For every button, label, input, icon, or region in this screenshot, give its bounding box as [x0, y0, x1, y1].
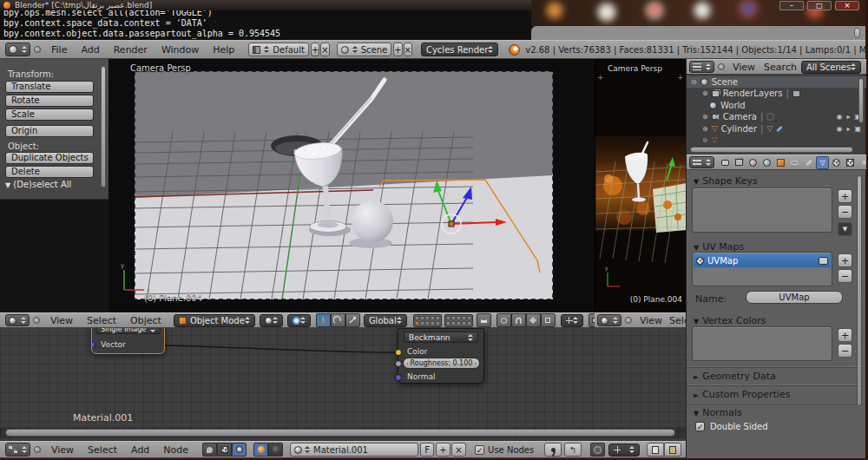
scene-selector[interactable]: Scene — [337, 43, 392, 56]
copy-nodes-button[interactable] — [647, 443, 664, 457]
node-editor-hscrollbar[interactable] — [0, 427, 686, 438]
shape-key-add-button[interactable]: + — [838, 189, 852, 203]
vertex-colors-list[interactable] — [692, 326, 832, 361]
hscrollbar-thumb[interactable] — [5, 429, 675, 437]
menu-render[interactable]: Render — [107, 44, 155, 56]
outliner-item-world[interactable]: World — [687, 100, 866, 111]
outliner-item-scene[interactable]: ⊖ Scene — [687, 76, 866, 88]
menu-add[interactable]: Add — [124, 444, 156, 456]
tool-shelf-scrollbar[interactable] — [101, 66, 106, 187]
transform-orientation-dropdown[interactable]: Global — [364, 314, 407, 327]
uv-map-list-item[interactable]: UVMap — [694, 253, 831, 267]
delete-scene-button[interactable]: × — [404, 43, 412, 56]
menu-select[interactable]: Select — [667, 315, 686, 326]
render-engine-dropdown[interactable]: Cycles Render — [421, 43, 498, 56]
uv-render-toggle-icon[interactable] — [819, 257, 828, 265]
snap-element-button[interactable] — [526, 313, 541, 327]
add-layout-button[interactable]: + — [311, 43, 319, 56]
menu-select[interactable]: Select — [80, 315, 123, 326]
outliner-item-renderlayers[interactable]: ⊕ RenderLayers | — [687, 88, 866, 99]
menu-search[interactable]: Search — [760, 62, 801, 73]
tab-object[interactable] — [774, 156, 787, 169]
glossy-bsdf-node[interactable]: Beckmann Color ‹ Roughness: 0.100 › Norm… — [398, 328, 484, 384]
snap-toggle-button[interactable] — [511, 313, 526, 327]
normal-socket[interactable] — [395, 374, 402, 381]
collapse-menus-toggle[interactable] — [33, 317, 40, 324]
tab-modifiers[interactable] — [802, 156, 815, 169]
viewport-shading-dropdown[interactable] — [260, 314, 283, 327]
image-texture-node[interactable]: Single Image Vector — [91, 328, 165, 354]
go-to-parent-button[interactable]: ↰ — [564, 443, 582, 457]
delete-button[interactable]: Delete — [5, 166, 94, 178]
menu-view[interactable]: View — [635, 315, 667, 326]
backdrop-button[interactable] — [590, 443, 605, 457]
shape-keys-panel-header[interactable]: ▼Shape Keys — [694, 175, 758, 187]
vertex-color-remove-button[interactable]: − — [838, 344, 852, 358]
tab-particles[interactable]: ∗ — [858, 156, 866, 169]
lock-to-scene-button[interactable] — [477, 313, 491, 327]
expander-icon[interactable]: ⊕ — [702, 89, 708, 97]
roughness-socket[interactable] — [395, 360, 402, 367]
info-console[interactable]: bpy.ops.mesh.select_all(action='TOGGLE')… — [0, 10, 531, 40]
tab-world[interactable] — [760, 156, 773, 169]
viewport-3d-secondary[interactable]: y Camera Persp + + (0) Plane.004 — [595, 59, 686, 312]
rotate-button[interactable]: Rotate — [5, 95, 94, 107]
viewport-corner-plus[interactable]: + — [677, 73, 684, 82]
node-editor[interactable]: Single Image Vector Beckmann Color ‹ Rou… — [0, 328, 686, 441]
outliner-display-dropdown[interactable]: All Scenes — [801, 61, 861, 74]
editor-type-button[interactable] — [597, 314, 621, 326]
world-material-slot-button[interactable] — [268, 443, 283, 457]
menu-help[interactable]: Help — [206, 44, 241, 56]
deselect-all-panel-header[interactable]: ▼ (De)select All — [5, 180, 71, 189]
origin-button[interactable]: Origin — [5, 125, 94, 137]
expander-icon[interactable]: ⊕ — [702, 125, 708, 133]
expander-icon[interactable]: ⊕ — [702, 136, 708, 144]
menu-select[interactable]: Select — [81, 444, 124, 456]
visibility-eye-icon[interactable]: ◉ — [836, 113, 842, 121]
screen-layout-selector[interactable]: Default — [248, 43, 309, 56]
snap-node-dropdown[interactable] — [608, 444, 640, 457]
collapse-menus-toggle[interactable] — [625, 317, 632, 324]
viewport-corner-plus[interactable]: + — [597, 73, 604, 82]
texture-nodes-button[interactable] — [217, 443, 232, 457]
manipulator-scale-button[interactable] — [345, 313, 360, 327]
add-scene-button[interactable]: + — [393, 43, 402, 56]
vector-socket[interactable] — [91, 341, 95, 348]
brush-nodes-button[interactable] — [202, 443, 217, 457]
menu-view[interactable]: View — [43, 315, 80, 326]
viewport-3d-main[interactable]: y x Camera Persp (0) Plane.004 — [108, 59, 595, 312]
pin-button[interactable] — [544, 443, 562, 457]
tab-scene[interactable] — [746, 156, 760, 169]
scale-button[interactable]: Scale — [5, 108, 94, 121]
renderlayer-toggle-icon[interactable] — [792, 90, 800, 97]
vertex-color-add-button[interactable]: + — [838, 328, 852, 342]
paste-nodes-button[interactable] — [664, 443, 681, 457]
proportional-edit-button[interactable] — [496, 313, 511, 327]
slider-left-arrow-icon[interactable]: ‹ — [406, 360, 409, 367]
slider-right-arrow-icon[interactable]: › — [474, 360, 477, 367]
manipulator-translate-button[interactable] — [316, 313, 331, 327]
color-socket[interactable] — [395, 349, 402, 356]
pivot-point-dropdown[interactable] — [287, 314, 311, 327]
tab-material[interactable] — [830, 156, 843, 169]
shape-key-remove-button[interactable]: − — [838, 205, 852, 219]
outliner-item-cylinder[interactable]: ⊕ ▽ Cylinder | ▽ ◉ ▸ ▣ — [687, 123, 866, 135]
selectability-arrow-icon[interactable]: ▸ — [846, 113, 850, 121]
editor-type-button[interactable] — [5, 314, 30, 326]
manipulator-rotate-button[interactable] — [331, 313, 345, 327]
expander-icon[interactable]: ⊕ — [702, 113, 708, 121]
menu-object[interactable]: Object — [123, 315, 168, 326]
uv-map-add-button[interactable]: + — [838, 253, 852, 267]
snap-target-button[interactable] — [541, 313, 556, 327]
collapse-menus-toggle[interactable] — [34, 446, 41, 453]
tab-constraints[interactable] — [788, 156, 801, 169]
renderability-camera-icon[interactable]: ▣ — [854, 125, 861, 133]
roughness-slider[interactable]: ‹ Roughness: 0.100 › — [403, 358, 480, 369]
menu-node[interactable]: Node — [156, 444, 195, 456]
uv-map-remove-button[interactable]: − — [838, 269, 852, 283]
editor-type-button[interactable] — [689, 61, 714, 73]
normals-panel-header[interactable]: ▼Normals — [694, 407, 742, 418]
tab-render-layers[interactable] — [733, 156, 746, 169]
info-scrollbar[interactable] — [854, 28, 860, 38]
tab-object-data[interactable]: ▽ — [816, 156, 829, 169]
